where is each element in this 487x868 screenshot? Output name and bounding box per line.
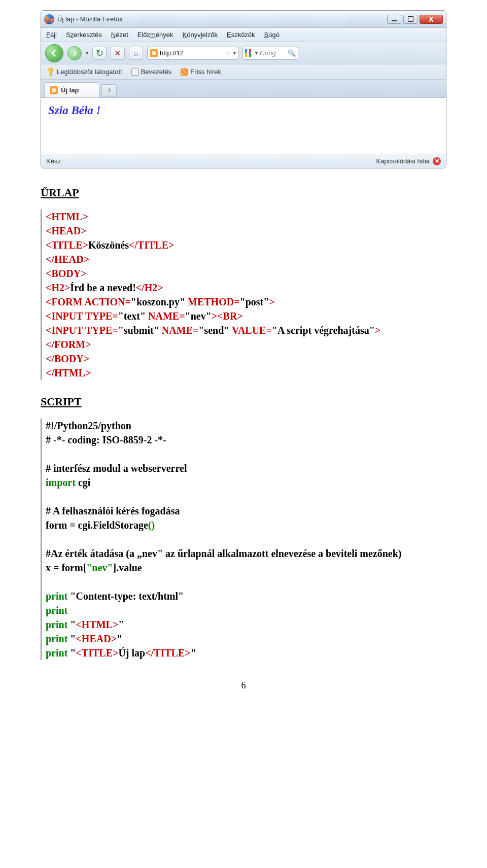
menubar: Fájl Szerkesztés Nézet Előzmények Könyvj…: [41, 28, 446, 42]
back-button[interactable]: [45, 44, 63, 62]
tab-active[interactable]: ⌘ Új lap: [44, 82, 99, 97]
star-icon[interactable]: ☆: [225, 49, 231, 57]
maximize-button[interactable]: [403, 15, 418, 24]
window-controls: X: [387, 15, 443, 24]
section-heading-script: SCRIPT: [41, 395, 446, 408]
forward-arrow-icon: [71, 50, 78, 57]
xampp-icon: ⌘: [150, 49, 158, 57]
content-heading: Szia Béla !: [48, 104, 439, 117]
engine-dropdown-icon[interactable]: ▾: [255, 50, 258, 56]
page-number: 6: [41, 680, 446, 691]
status-bar: Kész Kapcsolódási hiba ✕: [41, 154, 446, 168]
history-dropdown[interactable]: ▾: [86, 50, 88, 56]
code-block-python: #!/Python25/python # -*- coding: ISO-885…: [41, 419, 446, 660]
new-tab-button[interactable]: +: [101, 84, 117, 96]
key-icon: 🔑: [45, 66, 56, 78]
forward-button[interactable]: [67, 46, 82, 60]
tab-label: Új lap: [61, 86, 79, 94]
stop-button[interactable]: ✕: [111, 47, 125, 60]
status-error-text: Kapcsolódási hiba: [376, 157, 430, 165]
bookmark-intro[interactable]: Bevezetés: [131, 68, 172, 76]
menu-edit[interactable]: Szerkesztés: [66, 31, 102, 39]
back-arrow-icon: [50, 49, 59, 58]
menu-help[interactable]: Súgó: [264, 31, 280, 39]
search-bar[interactable]: ▾ Goog 🔍: [242, 47, 298, 60]
address-text: http://12: [160, 49, 223, 57]
home-icon: ⌂: [134, 49, 138, 57]
rss-icon: [181, 68, 188, 76]
nav-toolbar: ▾ ↻ ✕ ⌂ ⌘ http://12 ☆ ▾ ▾ Goog 🔍: [41, 42, 446, 64]
firefox-icon: [44, 14, 54, 24]
bookmark-news[interactable]: Friss hírek: [181, 68, 221, 76]
google-icon: [245, 49, 253, 57]
status-text: Kész: [46, 157, 61, 165]
search-placeholder: Goog: [260, 49, 286, 57]
section-heading-urlap: ŰRLAP: [41, 186, 446, 199]
menu-bookmarks[interactable]: Könyvjelzők: [183, 31, 218, 39]
menu-file[interactable]: Fájl: [46, 31, 57, 39]
bookmarks-toolbar: 🔑 Legtöbbször látogatott Bevezetés Friss…: [41, 64, 446, 80]
address-bar[interactable]: ⌘ http://12 ☆ ▾: [147, 47, 238, 60]
bookmark-label: Bevezetés: [141, 68, 172, 76]
menu-tools[interactable]: Eszközök: [227, 31, 255, 39]
reload-button[interactable]: ↻: [92, 47, 107, 60]
tab-bar: ⌘ Új lap +: [41, 80, 446, 98]
stop-icon: ✕: [115, 49, 121, 57]
window-title: Új lap - Mozilla Firefox: [57, 15, 387, 23]
status-right: Kapcsolódási hiba ✕: [376, 157, 441, 165]
page-content: Szia Béla !: [41, 98, 446, 154]
error-icon: ✕: [433, 157, 441, 165]
bookmark-most-visited[interactable]: 🔑 Legtöbbször látogatott: [46, 68, 122, 76]
reload-icon: ↻: [96, 48, 103, 59]
code-block-html: <HTML> <HEAD> <TITLE>Köszönés</TITLE> </…: [41, 210, 446, 380]
bookmark-label: Friss hírek: [190, 68, 221, 76]
menu-history[interactable]: Előzmények: [137, 31, 173, 39]
minimize-button[interactable]: [387, 15, 401, 24]
address-dropdown-icon[interactable]: ▾: [233, 50, 236, 56]
search-icon[interactable]: 🔍: [288, 49, 296, 57]
xampp-icon: ⌘: [50, 86, 58, 94]
titlebar: Új lap - Mozilla Firefox X: [41, 11, 446, 28]
page-icon: [131, 68, 138, 76]
firefox-window: Új lap - Mozilla Firefox X Fájl Szerkesz…: [41, 10, 446, 168]
bookmark-label: Legtöbbször látogatott: [57, 68, 122, 76]
close-button[interactable]: X: [420, 15, 443, 24]
menu-view[interactable]: Nézet: [111, 31, 128, 39]
home-button[interactable]: ⌂: [129, 47, 143, 60]
